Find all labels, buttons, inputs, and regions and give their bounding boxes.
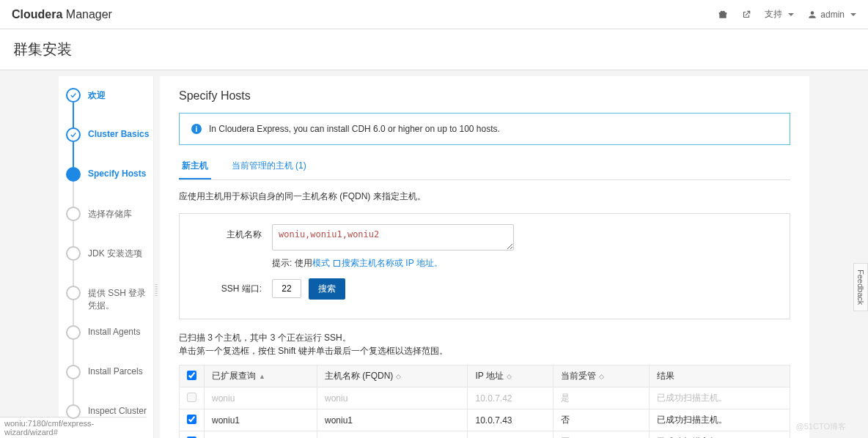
step-label: Specify Hosts <box>88 167 146 179</box>
step-marker-icon <box>66 246 81 261</box>
ssh-port-input[interactable] <box>272 279 301 298</box>
feedback-tab[interactable]: Feedback <box>853 263 868 311</box>
sidebar-resize-handle[interactable] <box>154 76 160 438</box>
nav-right: 支持 admin <box>718 8 856 21</box>
col-result: 结果 <box>650 365 790 387</box>
scan-line-1: 已扫描 3 个主机，其中 3 个正在运行 SSH。 <box>179 331 790 344</box>
chevron-down-icon <box>850 13 856 16</box>
user-label: admin <box>820 10 845 20</box>
col-expand[interactable]: 已扩展查询▲ <box>205 365 317 387</box>
table-row: woniu1woniu110.0.7.43否已成功扫描主机。 <box>180 409 790 431</box>
select-all-checkbox[interactable] <box>187 371 196 380</box>
step-label: 提供 SSH 登录凭据。 <box>88 286 153 312</box>
step-label: 选择存储库 <box>88 207 132 220</box>
info-text: In Cloudera Express, you can install CDH… <box>209 124 500 134</box>
tab-managed-hosts[interactable]: 当前管理的主机 (1) <box>229 154 309 178</box>
chevron-down-icon <box>788 13 794 16</box>
wizard-step: Install Agents <box>66 325 153 365</box>
row-checkbox <box>187 393 196 402</box>
cell-ip: 10.0.7.47 <box>468 431 553 439</box>
cell-managed: 是 <box>553 387 649 409</box>
wizard-content: Specify Hosts i In Cloudera Express, you… <box>160 76 809 438</box>
wizard-step: 提供 SSH 登录凭据。 <box>66 286 153 325</box>
status-bar-url: woniu:7180/cmf/express-wizard/wizard# <box>0 417 147 438</box>
wizard-step: JDK 安装选项 <box>66 246 153 286</box>
tab-new-hosts[interactable]: 新主机 <box>179 154 211 179</box>
cell-ip: 10.0.7.43 <box>468 409 553 431</box>
ssh-port-label: SSH 端口: <box>191 283 272 295</box>
cell-name: woniu1 <box>205 409 317 431</box>
brand[interactable]: Cloudera Manager <box>12 8 112 21</box>
external-icon[interactable] <box>741 10 751 20</box>
search-button[interactable]: 搜索 <box>309 278 345 300</box>
hint-pattern-link[interactable]: 模式 <box>312 258 330 268</box>
host-desc: 应使用主机用于标识自身的同一主机名称 (FQDN) 来指定主机。 <box>179 190 790 203</box>
support-label: 支持 <box>765 8 782 21</box>
step-marker-icon <box>66 325 81 340</box>
hint-search-link[interactable]: 搜索主机名称或 IP 地址。 <box>342 258 443 268</box>
step-label: Cluster Basics <box>88 127 149 139</box>
hosts-table: 已扩展查询▲ 主机名称 (FQDN)◇ IP 地址◇ 当前受管◇ 结果 woni… <box>179 365 790 438</box>
step-marker-icon <box>66 167 81 182</box>
hostname-hint: 提示: 使用模式 搜索主机名称或 IP 地址。 <box>272 257 514 270</box>
wizard-container: 欢迎Cluster BasicsSpecify Hosts选择存储库JDK 安装… <box>59 76 809 438</box>
wizard-step[interactable]: Cluster Basics <box>66 127 153 167</box>
user-icon <box>807 10 817 20</box>
cell-result: 已成功扫描主机。 <box>650 409 790 431</box>
col-ip[interactable]: IP 地址◇ <box>468 365 553 387</box>
top-nav: Cloudera Manager 支持 admin <box>0 0 868 29</box>
cell-fqdn: woniu1 <box>317 409 467 431</box>
step-marker-icon <box>66 365 81 379</box>
col-fqdn[interactable]: 主机名称 (FQDN)◇ <box>317 365 467 387</box>
cell-name: woniu <box>205 387 317 409</box>
cell-managed: 否 <box>553 409 649 431</box>
support-menu[interactable]: 支持 <box>765 8 794 21</box>
wizard-steps: 欢迎Cluster BasicsSpecify Hosts选择存储库JDK 安装… <box>66 88 153 438</box>
body-wrap: 欢迎Cluster BasicsSpecify Hosts选择存储库JDK 安装… <box>0 70 868 438</box>
table-row: woniuwoniu10.0.7.42是已成功扫描主机。 <box>180 387 790 409</box>
brand-first: Cloudera <box>12 8 62 21</box>
host-tabs: 新主机 当前管理的主机 (1) <box>179 154 790 180</box>
hostname-label: 主机名称 <box>191 224 272 241</box>
step-marker-icon <box>66 286 81 300</box>
brand-second: Manager <box>66 8 112 21</box>
wizard-step[interactable]: 欢迎 <box>66 88 153 127</box>
step-marker-icon <box>66 88 81 103</box>
step-label: 欢迎 <box>88 88 106 102</box>
hostname-input[interactable] <box>272 224 514 250</box>
step-label: Install Agents <box>88 325 140 337</box>
cell-name: woniu2 <box>205 431 317 439</box>
wizard-step: Install Parcels <box>66 365 153 404</box>
cell-result: 已成功扫描主机。 <box>650 387 790 409</box>
cell-fqdn: woniu <box>317 387 467 409</box>
scan-line-2: 单击第一个复选框，按住 Shift 键并单击最后一个复选框以选择范围。 <box>179 344 790 357</box>
watermark: @51CTO博客 <box>796 421 846 432</box>
cell-result: 已成功扫描主机。 <box>650 431 790 439</box>
step-label: JDK 安装选项 <box>88 246 142 260</box>
square-icon <box>334 260 340 267</box>
cell-managed: 否 <box>553 431 649 439</box>
cell-fqdn: woniu2 <box>317 431 467 439</box>
gift-icon[interactable] <box>718 10 728 20</box>
wizard-step[interactable]: Specify Hosts <box>66 167 153 207</box>
table-row: woniu2woniu210.0.7.47否已成功扫描主机。 <box>180 431 790 439</box>
section-title: Specify Hosts <box>179 89 790 103</box>
host-form: 主机名称 提示: 使用模式 搜索主机名称或 IP 地址。 SSH 端口: 搜索 <box>179 213 790 319</box>
col-managed[interactable]: 当前受管◇ <box>553 365 649 387</box>
step-marker-icon <box>66 404 81 419</box>
scan-info: 已扫描 3 个主机，其中 3 个正在运行 SSH。 单击第一个复选框，按住 Sh… <box>179 331 790 357</box>
info-icon: i <box>191 124 202 134</box>
step-marker-icon <box>66 127 81 142</box>
cell-ip: 10.0.7.42 <box>468 387 553 409</box>
step-label: Inspect Cluster <box>88 404 147 416</box>
user-menu[interactable]: admin <box>807 10 856 20</box>
row-checkbox[interactable] <box>187 415 196 424</box>
step-marker-icon <box>66 207 81 221</box>
info-banner: i In Cloudera Express, you can install C… <box>179 113 790 145</box>
wizard-sidebar: 欢迎Cluster BasicsSpecify Hosts选择存储库JDK 安装… <box>59 76 154 438</box>
page-title: 群集安装 <box>0 29 868 70</box>
step-label: Install Parcels <box>88 365 143 376</box>
wizard-step: 选择存储库 <box>66 207 153 246</box>
